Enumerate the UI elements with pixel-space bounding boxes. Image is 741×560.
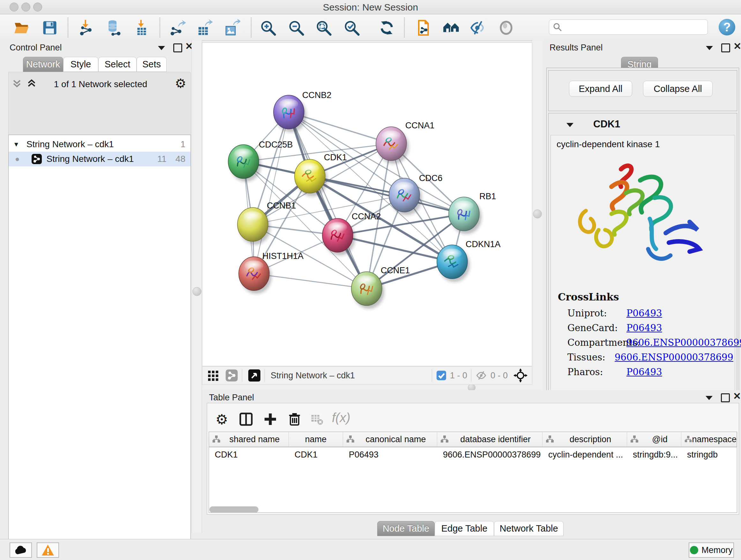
crosslink-value[interactable]: P06493 bbox=[626, 308, 662, 319]
results-panel-close-button[interactable]: ✕ bbox=[733, 43, 741, 50]
table-cell[interactable]: stringdb:9... bbox=[627, 447, 681, 462]
refresh-view-button[interactable] bbox=[378, 19, 396, 37]
column-header-description[interactable]: description bbox=[542, 432, 627, 447]
column-label: @id bbox=[638, 435, 681, 444]
function-builder-button[interactable]: f(x) bbox=[332, 411, 350, 425]
column-label: namespace bbox=[692, 435, 737, 444]
table-cell[interactable]: P06493 bbox=[343, 447, 437, 462]
tab-node-table[interactable]: Node Table bbox=[377, 521, 434, 536]
crosslink-value[interactable]: P06493 bbox=[626, 322, 662, 333]
collapse-all-networks-button[interactable] bbox=[26, 78, 37, 90]
tab-sets[interactable]: Sets bbox=[137, 57, 166, 72]
table-cell[interactable]: cyclin-dependent ... bbox=[542, 447, 627, 462]
crosslinks-heading: CrossLinks bbox=[558, 291, 619, 303]
graph-node-CDK1[interactable]: CDK1 bbox=[294, 152, 347, 193]
crosslink-row: Tissues:9606.ENSP00000378699 bbox=[567, 350, 733, 365]
table-panel-close-button[interactable]: ✕ bbox=[733, 393, 741, 400]
network-from-file-button[interactable] bbox=[415, 19, 433, 37]
hide-glass-button[interactable] bbox=[469, 19, 487, 37]
column-header--id[interactable]: @id bbox=[627, 432, 681, 447]
network-canvas[interactable]: CCNB2CCNA1CDC25BCDK1CDC6RB1CCNB1CCNA2CDK… bbox=[202, 43, 532, 366]
birds-eye-view-icon[interactable] bbox=[248, 369, 261, 382]
export-table-button[interactable] bbox=[195, 19, 213, 37]
tab-edge-table[interactable]: Edge Table bbox=[434, 521, 494, 536]
table-cell[interactable]: CDK1 bbox=[289, 447, 343, 462]
cloud-status-button[interactable] bbox=[10, 543, 32, 558]
table-hscroll-thumb[interactable] bbox=[209, 506, 259, 513]
table-options-gear-button[interactable]: ⚙ bbox=[212, 410, 231, 428]
expand-all-button[interactable]: Expand All bbox=[569, 81, 632, 97]
control-panel-float-button[interactable] bbox=[173, 44, 182, 52]
results-panel-menu-caret[interactable] bbox=[706, 46, 713, 50]
gene-card-collapse-caret[interactable] bbox=[566, 123, 574, 127]
eye-slash-icon bbox=[469, 19, 487, 37]
hidden-eye-icon[interactable] bbox=[475, 369, 487, 381]
import-table-button[interactable] bbox=[133, 19, 151, 37]
tab-network[interactable]: Network bbox=[23, 57, 63, 72]
save-floppy-icon bbox=[42, 19, 58, 36]
save-session-button[interactable] bbox=[41, 19, 59, 37]
zoom-in-button[interactable] bbox=[259, 19, 277, 37]
gene-card: CDK1 cyclin-dependent kinase 1 bbox=[548, 113, 737, 401]
tab-network-table[interactable]: Network Table bbox=[494, 521, 563, 536]
control-panel-menu-caret[interactable] bbox=[158, 46, 165, 50]
create-column-button[interactable] bbox=[261, 410, 280, 428]
columns-icon bbox=[239, 412, 253, 426]
column-header-canonical-name[interactable]: canonical name bbox=[343, 432, 437, 447]
network-options-gear-button[interactable]: ⚙ bbox=[175, 76, 186, 91]
tab-style[interactable]: Style bbox=[63, 57, 98, 72]
search-input[interactable] bbox=[562, 21, 708, 34]
warnings-button[interactable] bbox=[37, 543, 59, 558]
graph-node-RB1[interactable]: RB1 bbox=[449, 192, 496, 231]
results-panel-float-button[interactable] bbox=[721, 44, 730, 52]
home-databases-button[interactable] bbox=[442, 19, 460, 37]
table-panel-menu-caret[interactable] bbox=[705, 396, 713, 400]
column-header-shared-name[interactable]: shared name bbox=[209, 432, 289, 447]
show-glass-button[interactable] bbox=[497, 19, 515, 37]
crosslink-value[interactable]: 9606.ENSP00000378699 bbox=[626, 337, 741, 348]
left-splitter[interactable] bbox=[192, 40, 202, 533]
graph-node-label: CCNB1 bbox=[267, 201, 296, 210]
open-session-button[interactable] bbox=[13, 19, 30, 37]
table-cell[interactable]: stringdb bbox=[681, 447, 737, 462]
collapse-all-button[interactable]: Collapse All bbox=[643, 81, 713, 97]
tree-expander-icon[interactable]: ▼ bbox=[13, 141, 19, 148]
column-header-name[interactable]: name bbox=[289, 432, 343, 447]
zoom-fit-button[interactable] bbox=[315, 19, 333, 37]
delete-table-button[interactable] bbox=[308, 410, 326, 428]
export-image-button[interactable] bbox=[223, 19, 241, 37]
help-button[interactable]: ? bbox=[719, 19, 735, 36]
zoom-selected-button[interactable] bbox=[343, 19, 360, 37]
table-panel-float-button[interactable] bbox=[721, 393, 730, 402]
fit-content-crosshair-icon[interactable] bbox=[514, 368, 528, 382]
column-header-database-identifier[interactable]: database identifier bbox=[437, 432, 542, 447]
table-cell[interactable]: CDK1 bbox=[209, 447, 289, 462]
memory-button[interactable]: Memory bbox=[689, 543, 734, 558]
graph-node-HIST1H1A[interactable]: HIST1H1A bbox=[239, 251, 304, 291]
zoom-out-button[interactable] bbox=[287, 19, 305, 37]
import-network-button[interactable] bbox=[77, 19, 95, 37]
crosslink-value[interactable]: 9606.ENSP00000378699 bbox=[615, 352, 733, 363]
crosslink-row: Uniprot:P06493 bbox=[567, 306, 733, 320]
string-view-icon[interactable] bbox=[225, 369, 238, 382]
grid-view-icon[interactable] bbox=[207, 369, 219, 381]
network-collection-row[interactable]: ▼ String Network – cdk1 1 bbox=[9, 137, 191, 152]
table-row[interactable]: CDK1CDK1P064939606.ENSP00000378699cyclin… bbox=[209, 447, 737, 462]
network-graph[interactable]: CCNB2CCNA1CDC25BCDK1CDC6RB1CCNB1CCNA2CDK… bbox=[202, 43, 532, 366]
network-row-selected[interactable]: ● String Network – cdk1 11 48 bbox=[9, 152, 191, 166]
selected-checkbox-icon[interactable] bbox=[436, 370, 447, 381]
gene-symbol: CDK1 bbox=[593, 118, 689, 130]
crosslink-value[interactable]: P06493 bbox=[626, 367, 662, 377]
houses-icon bbox=[443, 19, 460, 37]
import-network-from-database-button[interactable] bbox=[105, 19, 123, 37]
right-splitter[interactable] bbox=[532, 40, 542, 390]
show-columns-button[interactable] bbox=[237, 410, 255, 428]
delete-column-button[interactable] bbox=[285, 410, 304, 428]
table-cell[interactable]: 9606.ENSP00000378699 bbox=[437, 447, 542, 462]
shared-column-icon bbox=[346, 435, 354, 443]
node-table[interactable]: shared namenamecanonical namedatabase id… bbox=[209, 432, 737, 513]
tab-select[interactable]: Select bbox=[98, 57, 137, 72]
export-network-button[interactable] bbox=[169, 19, 186, 37]
expand-all-networks-button[interactable] bbox=[11, 78, 22, 90]
column-header-namespace[interactable]: namespace bbox=[681, 432, 737, 447]
